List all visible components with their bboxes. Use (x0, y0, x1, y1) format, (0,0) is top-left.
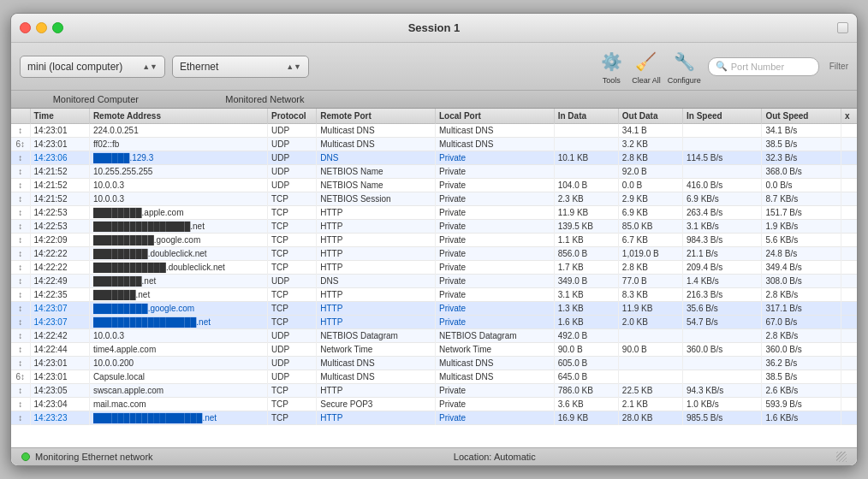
table-row[interactable]: ↕14:22:22████████████.doubleclick.netTCP… (11, 261, 857, 275)
th-icon[interactable] (11, 109, 30, 124)
table-row[interactable]: 6↕14:23:01ff02::fbUDPMulticast DNSMultic… (11, 138, 857, 151)
table-cell: 94.3 KB/s (682, 384, 761, 398)
table-cell (554, 138, 618, 151)
table-cell: ↕ (11, 288, 30, 302)
th-remote-address[interactable]: Remote Address (89, 109, 267, 124)
table-cell: Multicast DNS (317, 124, 436, 138)
table-cell: ff02::fb (89, 138, 267, 151)
table-cell: Private (435, 220, 554, 234)
table-cell: 11.9 KB (554, 206, 618, 220)
table-cell: Private (435, 384, 554, 398)
th-local-port[interactable]: Local Port (435, 109, 554, 124)
th-out-speed[interactable]: Out Speed (762, 109, 841, 124)
table-cell: 38.5 B/s (762, 138, 841, 151)
th-time[interactable]: Time (30, 109, 89, 124)
close-button[interactable] (20, 22, 31, 33)
table-row[interactable]: ↕14:22:53████████.apple.comTCPHTTPPrivat… (11, 206, 857, 220)
table-cell: 14:22:53 (30, 206, 89, 220)
table-row[interactable]: ↕14:22:22█████████.doubleclick.netTCPHTT… (11, 247, 857, 261)
th-in-data[interactable]: In Data (554, 109, 618, 124)
table-row[interactable]: ↕14:22:53████████████████.netTCPHTTPPriv… (11, 220, 857, 234)
table-row[interactable]: ↕14:21:5210.255.255.255UDPNETBIOS NamePr… (11, 165, 857, 179)
table-row[interactable]: ↕14:23:05swscan.apple.comTCPHTTPPrivate7… (11, 384, 857, 398)
table-cell: Private (435, 234, 554, 247)
search-placeholder: Port Number (731, 62, 784, 72)
table-cell (682, 370, 761, 384)
table-row[interactable]: ↕14:23:0110.0.0.200UDPMulticast DNSMulti… (11, 357, 857, 370)
clear-label: Clear All (632, 76, 661, 85)
table-cell: ↕ (11, 165, 30, 179)
table-cell (841, 165, 857, 179)
table-cell: 2.1 KB (618, 398, 682, 411)
table-cell: 416.0 B/s (682, 179, 761, 192)
table-row[interactable]: ↕14:21:5210.0.0.3TCPNETBIOS SessionPriva… (11, 192, 857, 206)
table-cell: NETBIOS Name (317, 179, 436, 192)
th-x[interactable]: x (841, 109, 857, 124)
th-remote-port[interactable]: Remote Port (317, 109, 436, 124)
table-cell: 2.3 KB (554, 192, 618, 206)
table-cell: 85.0 KB (618, 220, 682, 234)
table-cell (618, 329, 682, 343)
table-row[interactable]: ↕14:21:5210.0.0.3UDPNETBIOS NamePrivate1… (11, 179, 857, 192)
th-protocol[interactable]: Protocol (267, 109, 316, 124)
table-row[interactable]: ↕14:22:4210.0.0.3UDPNETBIOS DatagramNETB… (11, 329, 857, 343)
table-row[interactable]: ↕14:23:01224.0.0.251UDPMulticast DNSMult… (11, 124, 857, 138)
table-row[interactable]: ↕14:22:49████████.netUDPDNSPrivate349.0 … (11, 275, 857, 288)
table-cell: Private (435, 261, 554, 275)
table-cell: 1.4 KB/s (682, 275, 761, 288)
table-cell: Network Time (317, 343, 436, 357)
configure-button[interactable]: 🔧 Configure (668, 48, 701, 85)
table-row[interactable]: ↕14:23:23██████████████████.netTCPHTTPPr… (11, 411, 857, 425)
table-cell (554, 165, 618, 179)
table-cell: 14:22:09 (30, 234, 89, 247)
table-cell: Private (435, 411, 554, 425)
table-cell: Capsule.local (89, 370, 267, 384)
network-selector[interactable]: Ethernet ▲▼ (172, 56, 309, 78)
table-cell: ↕ (11, 192, 30, 206)
minimize-button[interactable] (36, 22, 47, 33)
table-cell: UDP (267, 165, 316, 179)
th-out-data[interactable]: Out Data (618, 109, 682, 124)
table-cell: NETBIOS Name (317, 165, 436, 179)
computer-select-label: mini (local computer) (27, 61, 139, 73)
table-row[interactable]: ↕14:23:07█████████.google.comTCPHTTPPriv… (11, 302, 857, 316)
data-table-container[interactable]: Time Remote Address Protocol Remote Port… (11, 109, 857, 447)
table-cell (841, 234, 857, 247)
table-row[interactable]: ↕14:23:04mail.mac.comTCPSecure POP3Priva… (11, 398, 857, 411)
table-cell (841, 206, 857, 220)
table-row[interactable]: ↕14:23:06██████.129.3UDPDNSPrivate10.1 K… (11, 151, 857, 165)
table-cell: ↕ (11, 384, 30, 398)
th-in-speed[interactable]: In Speed (682, 109, 761, 124)
table-cell: 224.0.0.251 (89, 124, 267, 138)
window-control-button[interactable] (837, 22, 848, 33)
table-cell: ↕ (11, 343, 30, 357)
computer-selector[interactable]: mini (local computer) ▲▼ (20, 56, 165, 78)
table-cell: 14:21:52 (30, 192, 89, 206)
table-cell: swscan.apple.com (89, 384, 267, 398)
table-cell: Private (435, 398, 554, 411)
table-cell: 54.7 B/s (682, 316, 761, 329)
table-cell: 151.7 B/s (762, 206, 841, 220)
table-cell: HTTP (317, 247, 436, 261)
table-cell: 3.2 KB (618, 138, 682, 151)
table-cell: █████████.google.com (89, 302, 267, 316)
clear-all-button[interactable]: 🧹 Clear All (632, 48, 661, 85)
table-cell: 786.0 KB (554, 384, 618, 398)
table-cell: UDP (267, 138, 316, 151)
table-cell: 14:23:05 (30, 384, 89, 398)
table-row[interactable]: ↕14:22:44time4.apple.comUDPNetwork TimeN… (11, 343, 857, 357)
location-text: Location: Automatic (454, 452, 536, 462)
table-row[interactable]: ↕14:23:07█████████████████.netTCPHTTPPri… (11, 316, 857, 329)
table-cell: TCP (267, 316, 316, 329)
tools-button[interactable]: ⚙️ Tools (597, 48, 625, 85)
table-cell: UDP (267, 151, 316, 165)
table-cell (841, 151, 857, 165)
table-cell: 35.6 B/s (682, 302, 761, 316)
maximize-button[interactable] (52, 22, 63, 33)
table-row[interactable]: 6↕14:23:01Capsule.localUDPMulticast DNSM… (11, 370, 857, 384)
search-box[interactable]: 🔍 Port Number (708, 57, 819, 76)
resize-handle[interactable] (836, 452, 847, 462)
table-cell: Network Time (435, 343, 554, 357)
table-row[interactable]: ↕14:22:09██████████.google.comTCPHTTPPri… (11, 234, 857, 247)
table-row[interactable]: ↕14:22:35███████.netTCPHTTPPrivate3.1 KB… (11, 288, 857, 302)
